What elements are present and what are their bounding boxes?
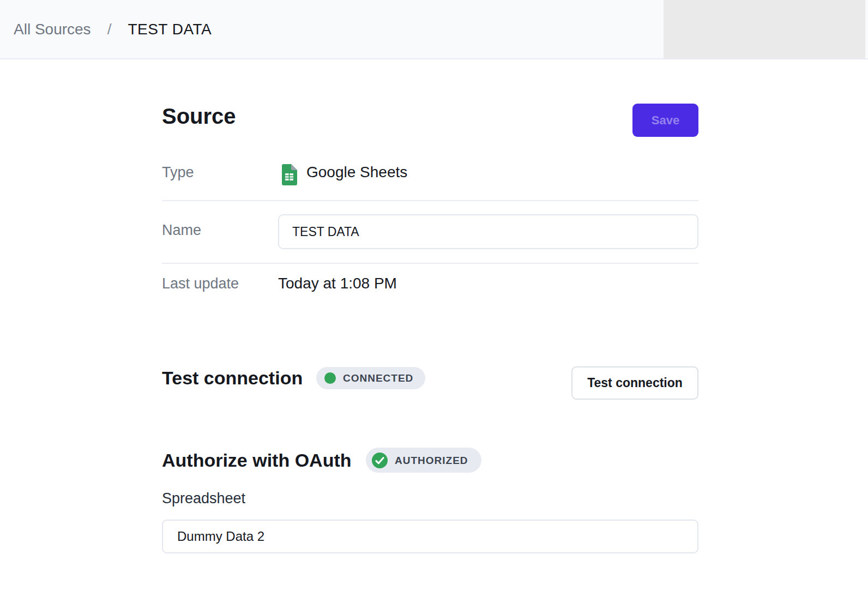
breadcrumb-separator: / — [107, 21, 112, 38]
last-update-value: Today at 1:08 PM — [278, 276, 397, 291]
page: All Sources / TEST DATA Source Save Type… — [0, 0, 868, 591]
header-gray-overlay-panel — [664, 0, 865, 58]
spreadsheet-input[interactable] — [162, 520, 698, 553]
test-connection-heading: Test connection — [162, 369, 303, 387]
row-divider — [162, 263, 698, 264]
spreadsheet-field-label: Spreadsheet — [162, 491, 245, 506]
authorized-status-badge: AUTHORIZED — [366, 448, 481, 473]
breadcrumb-all-sources[interactable]: All Sources — [14, 21, 91, 38]
connected-status-label: CONNECTED — [343, 373, 413, 383]
name-input[interactable] — [278, 214, 698, 249]
check-circle-icon — [372, 453, 388, 468]
type-field-label: Type — [162, 165, 194, 180]
row-divider — [162, 200, 698, 201]
breadcrumb: All Sources / TEST DATA — [14, 0, 212, 58]
breadcrumb-current-page: TEST DATA — [128, 21, 212, 38]
save-button[interactable]: Save — [632, 104, 698, 137]
connected-status-badge: CONNECTED — [316, 367, 425, 389]
status-dot-icon — [324, 372, 336, 384]
oauth-heading: Authorize with OAuth — [162, 451, 352, 469]
google-sheets-icon — [278, 164, 300, 186]
test-connection-button[interactable]: Test connection — [571, 366, 698, 400]
page-title: Source — [162, 105, 236, 127]
type-field-value: Google Sheets — [306, 165, 407, 180]
name-field-label: Name — [162, 223, 201, 238]
authorized-status-label: AUTHORIZED — [395, 455, 468, 466]
last-update-label: Last update — [162, 276, 239, 291]
